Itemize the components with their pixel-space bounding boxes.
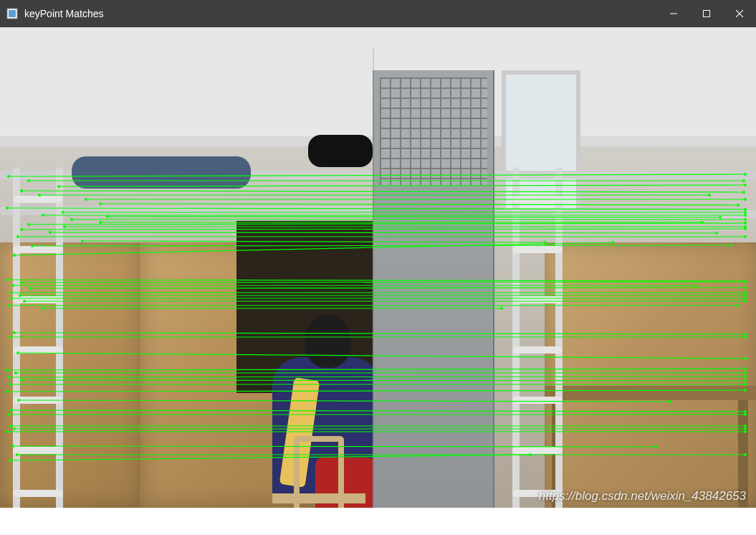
app-icon xyxy=(6,7,19,20)
close-button[interactable] xyxy=(723,0,756,27)
minimize-icon xyxy=(670,10,677,17)
svg-rect-1 xyxy=(9,10,16,17)
desk-leg xyxy=(738,400,748,508)
bunk-rail xyxy=(494,171,756,179)
bag xyxy=(308,135,373,167)
bunk-rail xyxy=(494,210,756,219)
minimize-button[interactable] xyxy=(657,0,690,27)
content-area: https://blog.csdn.net/weixin_43842653 xyxy=(0,27,756,535)
window-title: keyPoint Matches xyxy=(24,8,104,19)
image-seam xyxy=(373,49,374,508)
svg-rect-3 xyxy=(704,11,710,17)
app-window: keyPoint Matches xyxy=(0,0,756,535)
maximize-icon xyxy=(703,10,710,17)
desk xyxy=(545,386,756,400)
window-pane xyxy=(502,70,580,214)
bottom-margin xyxy=(0,508,756,522)
wardrobe xyxy=(545,242,756,508)
right-image xyxy=(373,27,756,522)
ladder xyxy=(512,167,563,511)
image-canvas: https://blog.csdn.net/weixin_43842653 xyxy=(0,27,756,522)
door-grille xyxy=(380,77,487,185)
titlebar[interactable]: keyPoint Matches xyxy=(0,0,756,27)
door xyxy=(373,70,494,508)
maximize-button[interactable] xyxy=(690,0,723,27)
stitched-photo xyxy=(0,27,756,522)
desk-leg xyxy=(552,400,562,508)
blanket xyxy=(72,156,251,189)
close-icon xyxy=(736,10,743,17)
ladder xyxy=(13,167,63,511)
left-image xyxy=(0,27,373,522)
